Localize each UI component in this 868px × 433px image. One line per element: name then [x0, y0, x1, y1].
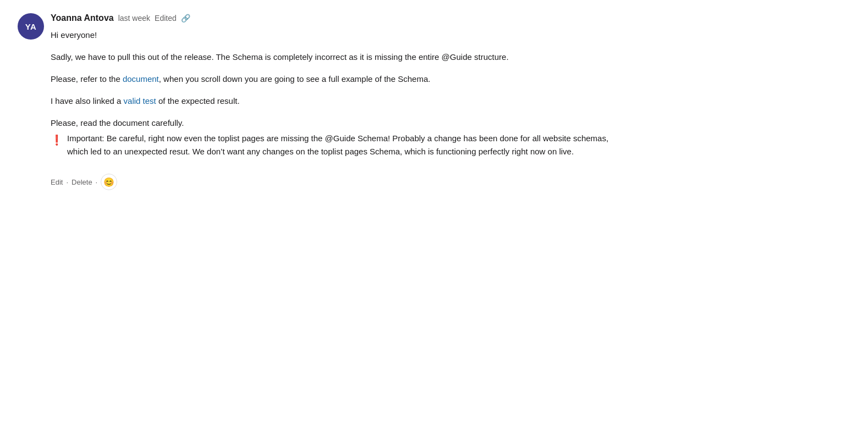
paragraph-valid-test-after: of the expected result.	[156, 96, 240, 106]
warning-text: Important: Be careful, right now even th…	[67, 132, 623, 158]
paragraph-valid-test-before: I have also linked a	[51, 96, 124, 106]
post-body: Hi everyone! Sadly, we have to pull this…	[51, 29, 623, 167]
author-name: Yoanna Antova	[51, 13, 114, 23]
post-header: Yoanna Antova last week Edited 🔗	[51, 13, 623, 23]
action-dot-2: ·	[96, 178, 98, 186]
paragraph-greeting: Hi everyone!	[51, 29, 623, 42]
paragraph-read-carefully: Please, read the document carefully.	[51, 116, 623, 130]
paragraph-document: Please, refer to the document, when you …	[51, 73, 623, 86]
action-dot-1: ·	[66, 178, 68, 186]
post-container: YA Yoanna Antova last week Edited 🔗 Hi e…	[18, 13, 623, 190]
post-link-icon[interactable]: 🔗	[181, 14, 190, 23]
emoji-reaction-button[interactable]: 😊	[101, 174, 117, 190]
post-timestamp: last week	[118, 14, 150, 23]
paragraph-pull: Sadly, we have to pull this out of the r…	[51, 51, 623, 64]
document-link[interactable]: document	[123, 74, 159, 84]
warning-block: ❗ Important: Be careful, right now even …	[51, 132, 623, 158]
post-actions: Edit · Delete · 😊	[51, 174, 623, 190]
delete-action[interactable]: Delete	[72, 178, 92, 186]
edit-action[interactable]: Edit	[51, 178, 63, 186]
paragraph-document-after: , when you scroll down you are going to …	[159, 74, 431, 84]
edited-badge: Edited	[155, 14, 177, 23]
paragraph-document-before: Please, refer to the	[51, 74, 123, 84]
post-content: Yoanna Antova last week Edited 🔗 Hi ever…	[51, 13, 623, 190]
paragraph-valid-test: I have also linked a valid test of the e…	[51, 95, 623, 108]
valid-test-link[interactable]: valid test	[124, 96, 156, 106]
avatar: YA	[18, 13, 44, 40]
warning-icon: ❗	[51, 132, 63, 148]
